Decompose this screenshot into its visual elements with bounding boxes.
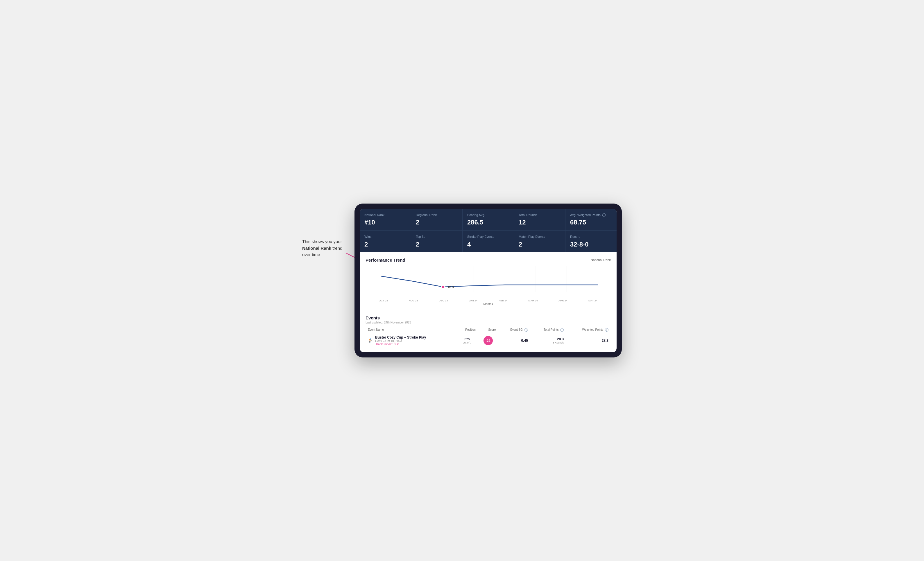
- annotation-text: This shows you your National Rank trend …: [302, 238, 352, 258]
- event-sg-value: 0.45: [500, 338, 528, 343]
- performance-title: Performance Trend: [366, 257, 405, 262]
- weighted-points-value: 28.3: [568, 338, 609, 343]
- event-name-cell: 🏌 Buster Cozy Cup – Stroke Play Oct 9 – …: [366, 333, 456, 348]
- tablet-frame: National Rank #10 Regional Rank 2 Scorin…: [354, 203, 622, 358]
- stat-match-play: Match Play Events 2: [514, 230, 565, 252]
- total-points-cell: 28.3 3 Rounds: [530, 333, 566, 348]
- performance-chart: #10: [366, 266, 611, 298]
- total-points-value: 28.3: [532, 337, 564, 341]
- month-may24: MAY 24: [578, 299, 608, 302]
- score-badge: -22: [483, 336, 493, 345]
- stat-scoring-avg: Scoring Avg. 286.5: [463, 209, 514, 230]
- event-sg-cell: 0.45: [498, 333, 530, 348]
- position-sub: out of 7: [459, 341, 476, 344]
- col-weighted-points: Weighted Points i: [566, 327, 611, 333]
- stats-row-2: Wins 2 Top 3s 2 Stroke Play Events 4 Mat…: [360, 230, 616, 252]
- col-score: Score: [478, 327, 498, 333]
- info-icon: i: [602, 214, 606, 217]
- month-oct23: OCT 23: [369, 299, 398, 302]
- stat-wins: Wins 2: [360, 230, 411, 252]
- chart-area: #10: [366, 266, 611, 298]
- col-position: Position: [456, 327, 478, 333]
- events-updated: Last updated: 24th November 2023: [366, 321, 611, 324]
- event-rank-impact: Rank Impact: 3▼: [375, 343, 426, 346]
- performance-section: Performance Trend National Rank: [360, 252, 616, 311]
- screen-content: National Rank #10 Regional Rank 2 Scorin…: [360, 209, 616, 352]
- stat-regional-rank: Regional Rank 2: [411, 209, 462, 230]
- svg-text:#10: #10: [448, 285, 454, 289]
- svg-point-10: [441, 286, 445, 288]
- stat-total-rounds: Total Rounds 12: [514, 209, 565, 230]
- score-cell: -22: [478, 333, 498, 348]
- tablet-screen: National Rank #10 Regional Rank 2 Scorin…: [360, 209, 616, 352]
- table-header-row: Event Name Position Score Event SG i Tot…: [366, 327, 611, 333]
- col-event-name: Event Name: [366, 327, 456, 333]
- rounds-value: 3 Rounds: [532, 341, 564, 344]
- stat-avg-weighted-points: Avg. Weighted Points i 68.75: [566, 209, 616, 230]
- month-feb24: FEB 24: [488, 299, 518, 302]
- stat-top3s: Top 3s 2: [411, 230, 462, 252]
- events-table: Event Name Position Score Event SG i Tot…: [366, 327, 611, 348]
- month-mar24: MAR 24: [518, 299, 548, 302]
- info-icon-wp: i: [605, 328, 609, 332]
- event-name: Buster Cozy Cup – Stroke Play: [375, 335, 426, 340]
- col-event-sg: Event SG i: [498, 327, 530, 333]
- month-nov23: NOV 23: [398, 299, 428, 302]
- col-total-points: Total Points i: [530, 327, 566, 333]
- weighted-points-cell: 28.3: [566, 333, 611, 348]
- stat-national-rank: National Rank #10: [360, 209, 411, 230]
- info-icon-tp: i: [560, 328, 564, 332]
- performance-header: Performance Trend National Rank: [366, 257, 611, 262]
- info-icon-sg: i: [525, 328, 528, 332]
- events-title: Events: [366, 315, 611, 320]
- stat-record: Record 32-8-0: [566, 230, 616, 252]
- table-row: 🏌 Buster Cozy Cup – Stroke Play Oct 9 – …: [366, 333, 611, 348]
- outer-wrapper: This shows you your National Rank trend …: [302, 203, 622, 358]
- stats-row-1: National Rank #10 Regional Rank 2 Scorin…: [360, 209, 616, 230]
- month-apr24: APR 24: [548, 299, 578, 302]
- month-jan24: JAN 24: [458, 299, 488, 302]
- event-dates: Oct 9 – Oct 10, 2023: [375, 340, 426, 343]
- events-section: Events Last updated: 24th November 2023 …: [360, 311, 616, 352]
- chart-months: OCT 23 NOV 23 DEC 23 JAN 24 FEB 24 MAR 2…: [366, 299, 611, 302]
- performance-legend: National Rank: [591, 258, 611, 262]
- position-value: 6th: [459, 337, 476, 341]
- month-dec23: DEC 23: [428, 299, 458, 302]
- position-cell: 6th out of 7: [456, 333, 478, 348]
- x-axis-label: Months: [366, 302, 611, 306]
- stat-stroke-play: Stroke Play Events 4: [463, 230, 514, 252]
- golf-icon: 🏌: [368, 338, 373, 343]
